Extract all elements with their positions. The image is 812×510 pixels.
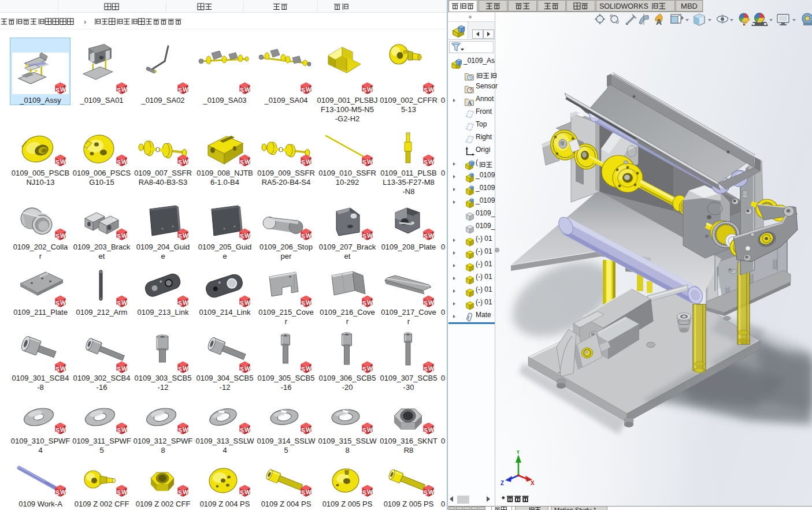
svg-text:A: A [468, 100, 472, 106]
svg-text:X: X [531, 480, 535, 486]
svg-text:A: A [656, 17, 662, 27]
svg-text:Y: Y [516, 451, 520, 455]
svg-text:Z: Z [500, 480, 504, 486]
